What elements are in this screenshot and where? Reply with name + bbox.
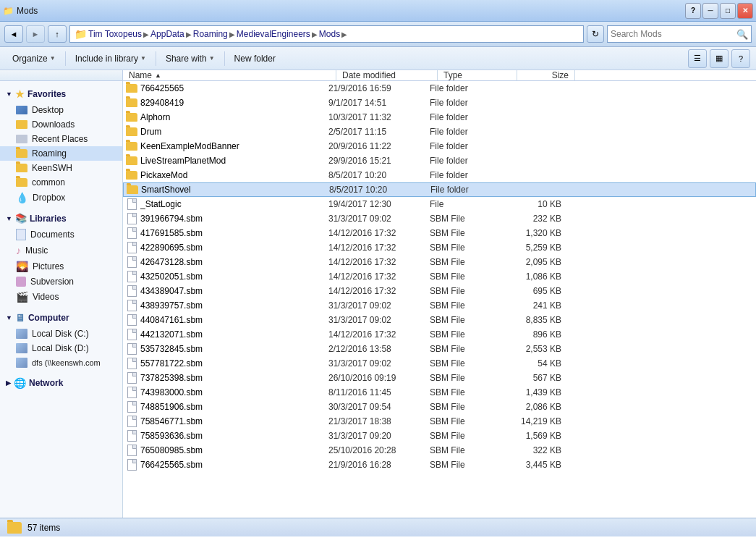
sidebar-item-pictures[interactable]: 🌄 Pictures: [0, 258, 122, 274]
organize-dropdown-icon: ▼: [50, 55, 56, 62]
up-button[interactable]: ↑: [48, 25, 67, 43]
file-type: File folder: [430, 170, 509, 180]
refresh-button[interactable]: ↻: [587, 25, 604, 43]
breadcrumb-sep-1: ▶: [143, 30, 149, 38]
col-header-size[interactable]: Size: [517, 70, 575, 80]
file-icon: [126, 387, 137, 398]
sidebar-item-desktop[interactable]: Desktop: [0, 103, 122, 117]
table-row[interactable]: 432502051.sbm14/12/2016 17:32SBM File1,0…: [123, 269, 756, 284]
sidebar-section-computer[interactable]: ▼ 🖥 Computer: [0, 309, 122, 327]
status-count: 57 items: [27, 523, 60, 533]
breadcrumb-part-1[interactable]: Tim Toxopeus: [88, 29, 142, 39]
col-header-date[interactable]: Date modified: [336, 70, 438, 80]
toolbar-separator-2: [156, 51, 156, 66]
file-date: 14/12/2016 17:32: [328, 329, 430, 340]
table-row[interactable]: Drum2/5/2017 11:15File folder: [123, 125, 756, 139]
table-row[interactable]: 434389047.sbm14/12/2016 17:32SBM File695…: [123, 284, 756, 298]
documents-icon: [16, 229, 26, 240]
table-row[interactable]: 758593636.sbm31/3/2017 09:20SBM File1,56…: [123, 429, 756, 443]
table-row[interactable]: KeenExampleModBanner20/9/2016 11:22File …: [123, 139, 756, 153]
file-name: 829408419: [140, 98, 328, 108]
sidebar-item-documents[interactable]: Documents: [0, 227, 122, 243]
include-library-button[interactable]: Include in library ▼: [69, 49, 153, 68]
table-row[interactable]: SmartShovel8/5/2017 10:20File folder: [123, 182, 756, 197]
file-name: 748851906.sbm: [140, 402, 328, 412]
table-row[interactable]: 438939757.sbm31/3/2017 09:02SBM File241 …: [123, 298, 756, 313]
table-row[interactable]: 557781722.sbm31/3/2017 09:02SBM File54 K…: [123, 356, 756, 371]
dropbox-icon: 💧: [16, 192, 28, 203]
table-row[interactable]: 417691585.sbm14/12/2016 17:32SBM File1,3…: [123, 226, 756, 240]
sidebar-item-dfs[interactable]: dfs (\\keenswh.com: [0, 355, 122, 370]
search-input[interactable]: [611, 29, 734, 39]
table-row[interactable]: 76642556521/9/2016 16:59File folder: [123, 81, 756, 96]
breadcrumb[interactable]: 📁 Tim Toxopeus ▶ AppData ▶ Roaming ▶ Med…: [69, 25, 584, 43]
table-row[interactable]: 391966794.sbm31/3/2017 09:02SBM File232 …: [123, 211, 756, 226]
back-button[interactable]: ◄: [4, 25, 23, 43]
sidebar-item-music[interactable]: ♪ Music: [0, 243, 122, 258]
share-button[interactable]: Share with ▼: [159, 49, 221, 68]
file-type: SBM File: [430, 373, 509, 383]
table-row[interactable]: 758546771.sbm21/3/2017 18:38SBM File14,2…: [123, 414, 756, 429]
file-size: 322 KB: [509, 445, 567, 455]
sidebar-item-recent-places[interactable]: Recent Places: [0, 132, 122, 146]
sidebar-item-roaming[interactable]: Roaming: [0, 146, 122, 161]
breadcrumb-part-3[interactable]: Roaming: [193, 29, 228, 39]
new-folder-button[interactable]: New folder: [228, 49, 282, 68]
search-icon[interactable]: 🔍: [736, 29, 748, 40]
sidebar-item-common[interactable]: common: [0, 175, 122, 190]
help-button[interactable]: ?: [685, 3, 701, 19]
file-date: 2/5/2017 11:15: [328, 127, 430, 137]
table-row[interactable]: 743983000.sbm8/11/2016 11:45SBM File1,43…: [123, 385, 756, 400]
maximize-button[interactable]: □: [720, 3, 736, 19]
sort-arrow-icon: ▲: [155, 72, 161, 79]
table-row[interactable]: 440847161.sbm31/3/2017 09:02SBM File8,83…: [123, 313, 756, 327]
file-type: File folder: [430, 185, 510, 195]
search-box[interactable]: 🔍: [607, 25, 752, 43]
table-row[interactable]: 442132071.sbm14/12/2016 17:32SBM File896…: [123, 327, 756, 342]
col-header-name[interactable]: Name ▲: [123, 70, 336, 80]
sidebar-item-label: Roaming: [32, 148, 67, 159]
file-name: _StatLogic: [140, 199, 328, 209]
table-row[interactable]: LiveStreamPlanetMod29/9/2016 15:21File f…: [123, 153, 756, 168]
forward-button[interactable]: ►: [26, 25, 45, 43]
table-row[interactable]: _StatLogic19/4/2017 12:30File10 KB: [123, 197, 756, 211]
sidebar-section-libraries[interactable]: ▼ 📚 Libraries: [0, 210, 122, 227]
sidebar-item-videos[interactable]: 🎬 Videos: [0, 289, 122, 305]
breadcrumb-part-4[interactable]: MedievalEngineers: [237, 29, 310, 39]
sidebar-item-subversion[interactable]: Subversion: [0, 274, 122, 289]
sidebar-item-keenswh[interactable]: KeenSWH: [0, 161, 122, 175]
sidebar-item-dropbox[interactable]: 💧 Dropbox: [0, 190, 122, 206]
breadcrumb-part-2[interactable]: AppData: [150, 29, 184, 39]
minimize-button[interactable]: ─: [702, 3, 718, 19]
breadcrumb-sep-5: ▶: [341, 30, 347, 38]
sidebar-item-downloads[interactable]: Downloads: [0, 117, 122, 132]
table-row[interactable]: 737825398.sbm26/10/2016 09:19SBM File567…: [123, 371, 756, 385]
share-dropdown-icon: ▼: [209, 55, 215, 62]
sidebar-item-local-disk-c[interactable]: Local Disk (C:): [0, 327, 122, 341]
table-row[interactable]: Alphorn10/3/2017 11:32File folder: [123, 110, 756, 125]
file-size: 241 KB: [509, 300, 567, 311]
view-details-button[interactable]: ▦: [710, 49, 729, 68]
sidebar-section-network[interactable]: ▶ 🌐 Network: [0, 374, 122, 392]
table-row[interactable]: 748851906.sbm30/3/2017 09:54SBM File2,08…: [123, 400, 756, 414]
organize-button[interactable]: Organize ▼: [6, 49, 62, 68]
view-help-button[interactable]: ?: [731, 49, 750, 68]
sidebar-item-label: Desktop: [32, 105, 64, 115]
col-header-type[interactable]: Type: [438, 70, 517, 80]
table-row[interactable]: 426473128.sbm14/12/2016 17:32SBM File2,0…: [123, 255, 756, 269]
table-row[interactable]: 535732845.sbm2/12/2016 13:58SBM File2,55…: [123, 342, 756, 356]
file-list[interactable]: 76642556521/9/2016 16:59File folder82940…: [123, 81, 756, 518]
computer-collapse-icon: ▼: [6, 314, 12, 321]
table-row[interactable]: PickaxeMod8/5/2017 10:20File folder: [123, 168, 756, 182]
breadcrumb-part-5[interactable]: Mods: [319, 29, 340, 39]
file-type: SBM File: [430, 416, 509, 426]
table-row[interactable]: 422890695.sbm14/12/2016 17:32SBM File5,2…: [123, 240, 756, 255]
sidebar-item-local-disk-d[interactable]: Local Disk (D:): [0, 341, 122, 355]
sidebar-section-favorites[interactable]: ▼ ★ Favorites: [0, 85, 122, 103]
table-row[interactable]: 765080985.sbm25/10/2016 20:28SBM File322…: [123, 443, 756, 458]
view-list-button[interactable]: ☰: [688, 49, 707, 68]
table-row[interactable]: 766425565.sbm21/9/2016 16:28SBM File3,44…: [123, 458, 756, 472]
table-row[interactable]: 8294084199/1/2017 14:51File folder: [123, 96, 756, 110]
close-button[interactable]: ✕: [737, 3, 753, 19]
file-name: 442132071.sbm: [140, 329, 328, 340]
